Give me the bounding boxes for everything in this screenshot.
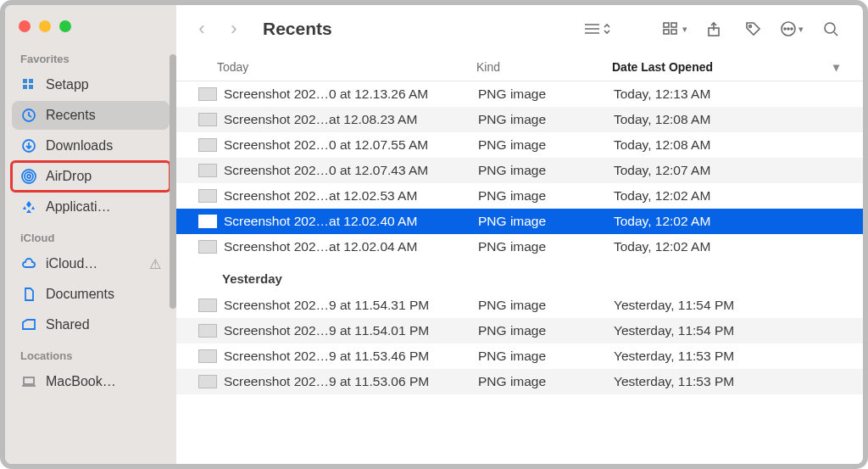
svg-point-8 <box>25 172 33 181</box>
download-icon <box>20 137 37 154</box>
file-thumbnail-icon <box>198 324 217 338</box>
file-name: Screenshot 202…at 12.02.04 AM <box>224 239 478 254</box>
svg-rect-16 <box>671 23 676 27</box>
search-icon <box>822 20 839 37</box>
file-row[interactable]: Screenshot 202…9 at 11.53.06 PMPNG image… <box>176 369 863 394</box>
svg-point-21 <box>749 25 752 28</box>
cloud-icon <box>20 255 37 272</box>
file-kind: PNG image <box>478 163 614 178</box>
file-name: Screenshot 202…0 at 12.07.55 AM <box>224 137 478 153</box>
sidebar-item-documents[interactable]: Documents <box>12 280 170 309</box>
file-name: Screenshot 202…9 at 11.53.46 PM <box>224 349 478 364</box>
sidebar-item-label: Recents <box>46 108 96 123</box>
sidebar-item-label: Shared <box>46 317 90 332</box>
file-name: Screenshot 202…0 at 12.07.43 AM <box>224 163 478 178</box>
svg-rect-18 <box>671 30 676 34</box>
file-kind: PNG image <box>478 349 614 364</box>
file-row[interactable]: Screenshot 202…0 at 12.13.26 AMPNG image… <box>176 81 863 107</box>
ellipsis-circle-icon <box>780 20 797 37</box>
file-row[interactable]: Screenshot 202…at 12.02.04 AMPNG imageTo… <box>176 234 863 260</box>
sidebar-item-label: AirDrop <box>46 169 92 184</box>
sidebar-section-label: Locations <box>5 341 176 366</box>
apps-icon <box>20 198 37 215</box>
share-icon <box>705 20 722 37</box>
file-kind: PNG image <box>478 298 614 313</box>
file-row[interactable]: Screenshot 202…9 at 11.54.01 PMPNG image… <box>176 318 863 343</box>
sidebar-item-icloud[interactable]: iCloud…⚠ <box>12 249 170 278</box>
clock-icon <box>20 107 37 124</box>
svg-rect-15 <box>664 23 669 27</box>
tags-button[interactable] <box>737 15 768 42</box>
column-name[interactable]: Today <box>217 60 476 74</box>
doc-icon <box>20 286 37 303</box>
sidebar-item-applicati[interactable]: Applicati… <box>12 193 170 221</box>
file-row[interactable]: Screenshot 202…0 at 12.07.55 AMPNG image… <box>176 132 863 158</box>
list-icon <box>582 21 603 36</box>
file-thumbnail-icon <box>198 375 217 388</box>
column-date[interactable]: Date Last Opened ▾ <box>612 60 863 74</box>
sidebar-item-recents[interactable]: Recents <box>12 101 170 130</box>
sidebar-item-macbook[interactable]: MacBook… <box>12 367 170 396</box>
toolbar: ‹ › Recents ▾ <box>176 5 863 53</box>
shared-icon <box>20 316 37 333</box>
sidebar-item-label: MacBook… <box>46 374 116 389</box>
file-date: Today, 12:13 AM <box>614 87 863 102</box>
search-button[interactable] <box>815 15 846 42</box>
file-thumbnail-icon <box>198 215 217 228</box>
sidebar-item-setapp[interactable]: Setapp <box>12 70 170 99</box>
column-header-row: Today Kind Date Last Opened ▾ <box>176 53 863 81</box>
file-kind: PNG image <box>478 112 614 127</box>
file-thumbnail-icon <box>198 164 217 177</box>
view-list-button[interactable] <box>581 15 612 42</box>
column-date-label: Date Last Opened <box>612 60 713 74</box>
tag-icon <box>744 20 761 37</box>
laptop-icon <box>20 373 37 390</box>
svg-point-23 <box>784 28 786 30</box>
file-row[interactable]: Screenshot 202…9 at 11.53.46 PMPNG image… <box>176 343 863 369</box>
file-name: Screenshot 202…9 at 11.54.01 PM <box>224 323 478 338</box>
sidebar-item-shared[interactable]: Shared <box>12 310 170 339</box>
sidebar-section-label: iCloud <box>5 223 176 248</box>
file-kind: PNG image <box>478 239 614 254</box>
file-row[interactable]: Screenshot 202…at 12.02.53 AMPNG imageTo… <box>176 183 863 209</box>
file-date: Today, 12:08 AM <box>614 137 863 153</box>
share-button[interactable] <box>698 15 729 42</box>
sidebar-item-airdrop[interactable]: AirDrop <box>12 162 170 191</box>
group-by-button[interactable]: ▾ <box>659 15 690 42</box>
sidebar: FavoritesSetappRecentsDownloadsAirDropAp… <box>5 5 176 464</box>
nav-back-button[interactable]: ‹ <box>190 18 214 40</box>
file-list: Screenshot 202…0 at 12.13.26 AMPNG image… <box>176 81 863 464</box>
sidebar-item-label: Setapp <box>46 77 89 92</box>
svg-rect-2 <box>23 85 27 89</box>
group-label: Yesterday <box>176 260 863 293</box>
nav-forward-button[interactable]: › <box>222 18 246 40</box>
svg-point-26 <box>825 23 835 33</box>
file-row[interactable]: Screenshot 202…at 12.02.40 AMPNG imageTo… <box>176 209 863 234</box>
svg-point-24 <box>787 28 789 30</box>
svg-rect-0 <box>23 79 27 83</box>
file-thumbnail-icon <box>198 240 217 254</box>
file-date: Today, 12:02 AM <box>614 188 863 204</box>
column-kind[interactable]: Kind <box>476 60 612 74</box>
zoom-button[interactable] <box>59 20 71 32</box>
minimize-button[interactable] <box>39 20 51 32</box>
file-kind: PNG image <box>478 137 614 153</box>
close-button[interactable] <box>19 20 31 32</box>
file-thumbnail-icon <box>198 349 217 363</box>
sidebar-scrollbar[interactable] <box>170 54 176 309</box>
sidebar-item-downloads[interactable]: Downloads <box>12 131 170 160</box>
file-row[interactable]: Screenshot 202…at 12.08.23 AMPNG imageTo… <box>176 107 863 132</box>
window-title: Recents <box>263 19 332 39</box>
file-name: Screenshot 202…at 12.02.53 AM <box>224 188 478 204</box>
file-thumbnail-icon <box>198 113 217 126</box>
sidebar-item-label: Documents <box>46 287 114 302</box>
file-row[interactable]: Screenshot 202…9 at 11.54.31 PMPNG image… <box>176 293 863 318</box>
chevron-down-icon: ▾ <box>798 24 804 35</box>
file-date: Yesterday, 11:54 PM <box>614 323 863 338</box>
file-name: Screenshot 202…9 at 11.54.31 PM <box>224 298 478 313</box>
chevron-down-icon: ▾ <box>682 24 687 35</box>
file-row[interactable]: Screenshot 202…0 at 12.07.43 AMPNG image… <box>176 158 863 183</box>
file-name: Screenshot 202…at 12.02.40 AM <box>224 214 478 229</box>
action-menu-button[interactable]: ▾ <box>776 15 807 42</box>
file-thumbnail-icon <box>198 189 217 203</box>
